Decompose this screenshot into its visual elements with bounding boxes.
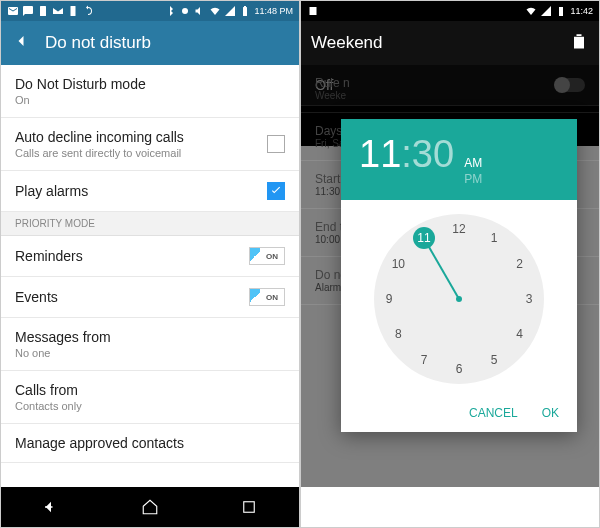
clock-number-4[interactable]: 4 <box>509 323 531 345</box>
time-header: 11 : 30 AM PM <box>341 119 577 200</box>
messages-from-row[interactable]: Messages fromNo one <box>1 318 299 371</box>
svg-rect-1 <box>71 6 76 16</box>
nav-bar-left <box>1 487 299 527</box>
signal-icon <box>224 5 236 17</box>
gmail-icon <box>52 5 64 17</box>
clock-number-7[interactable]: 7 <box>413 349 435 371</box>
clock-hand <box>425 241 460 299</box>
time-picker-dialog: 11 : 30 AM PM 121234567891011 CANCEL OK <box>341 119 577 432</box>
page-title: Do not disturb <box>45 33 151 53</box>
back-button[interactable] <box>11 31 31 55</box>
clock-number-6[interactable]: 6 <box>448 358 470 380</box>
clock-number-8[interactable]: 8 <box>387 323 409 345</box>
bt-icon <box>164 5 176 17</box>
chat-icon <box>22 5 34 17</box>
minute-display[interactable]: 30 <box>412 133 454 176</box>
wifi-icon <box>525 5 537 17</box>
svg-rect-5 <box>559 7 563 16</box>
manage-contacts-row[interactable]: Manage approved contacts <box>1 424 299 463</box>
play-alarms-row[interactable]: Play alarms <box>1 171 299 212</box>
clock-number-11[interactable]: 11 <box>413 227 435 249</box>
mute-icon <box>194 5 206 17</box>
hour-display[interactable]: 11 <box>359 133 401 176</box>
phone-icon <box>67 5 79 17</box>
signal-icon <box>540 5 552 17</box>
clock-number-3[interactable]: 3 <box>518 288 540 310</box>
clock-number-2[interactable]: 2 <box>509 253 531 275</box>
events-toggle[interactable]: ON <box>249 288 285 306</box>
status-time: 11:48 PM <box>254 6 293 16</box>
battery-icon <box>555 5 567 17</box>
clock-face[interactable]: 121234567891011 <box>374 214 544 384</box>
auto-decline-row[interactable]: Auto decline incoming callsCalls are sen… <box>1 118 299 171</box>
status-bar-left: 11:48 PM <box>1 1 299 21</box>
priority-mode-section: PRIORITY MODE <box>1 212 299 236</box>
page-title: Weekend <box>311 33 383 53</box>
sd-icon <box>307 5 319 17</box>
play-alarms-checkbox[interactable] <box>267 182 285 200</box>
moon-icon <box>179 5 191 17</box>
cancel-button[interactable]: CANCEL <box>469 406 518 420</box>
wifi-icon <box>209 5 221 17</box>
nav-home-icon[interactable] <box>141 498 159 516</box>
delete-button[interactable] <box>569 31 589 55</box>
svg-point-2 <box>182 8 188 14</box>
status-bar-right: 11:42 <box>301 1 599 21</box>
battery-icon <box>239 5 251 17</box>
clock-number-5[interactable]: 5 <box>483 349 505 371</box>
mail-icon <box>7 5 19 17</box>
ok-button[interactable]: OK <box>542 406 559 420</box>
nav-back-icon[interactable] <box>42 498 60 516</box>
svg-rect-0 <box>40 6 46 16</box>
reminders-toggle[interactable]: ON <box>249 247 285 265</box>
clock-number-9[interactable]: 9 <box>378 288 400 310</box>
svg-rect-4 <box>310 7 317 15</box>
events-row[interactable]: Events ON <box>1 277 299 318</box>
svg-rect-3 <box>244 502 255 513</box>
auto-decline-checkbox[interactable] <box>267 135 285 153</box>
reminders-row[interactable]: Reminders ON <box>1 236 299 277</box>
phone-right: 11:42 Weekend Off Rule nWeeke DaysFri, S… <box>300 0 600 528</box>
calls-from-row[interactable]: Calls fromContacts only <box>1 371 299 424</box>
clock-number-10[interactable]: 10 <box>387 253 409 275</box>
am-button[interactable]: AM <box>464 156 482 170</box>
sim-icon <box>37 5 49 17</box>
clock-number-1[interactable]: 1 <box>483 227 505 249</box>
sync-icon <box>82 5 94 17</box>
status-time: 11:42 <box>570 6 593 16</box>
nav-recents-icon[interactable] <box>240 498 258 516</box>
header-left: Do not disturb <box>1 21 299 65</box>
clock-number-12[interactable]: 12 <box>448 218 470 240</box>
header-right: Weekend <box>301 21 599 65</box>
dnd-mode-row[interactable]: Do Not Disturb modeOn <box>1 65 299 118</box>
pm-button[interactable]: PM <box>464 172 482 186</box>
settings-list: Do Not Disturb modeOn Auto decline incom… <box>1 65 299 487</box>
phone-left: 11:48 PM Do not disturb Do Not Disturb m… <box>0 0 300 528</box>
